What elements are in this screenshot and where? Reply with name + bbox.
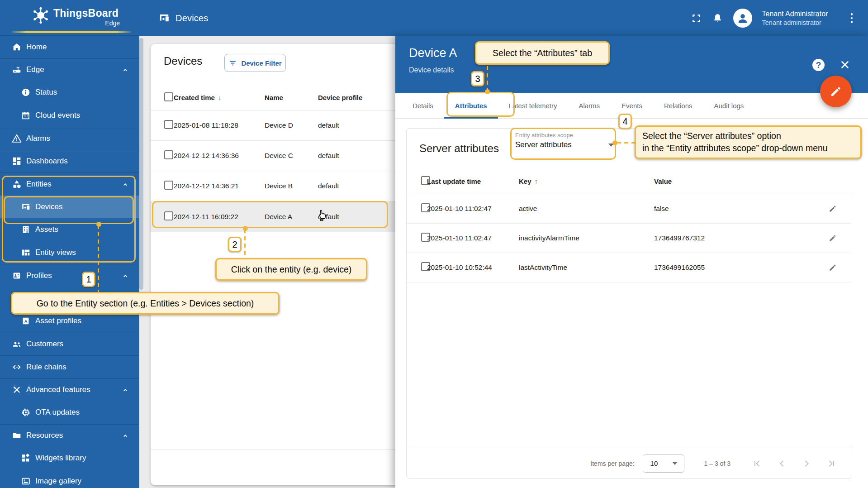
tab-relations[interactable]: Relations	[653, 93, 703, 118]
next-page-icon[interactable]	[801, 458, 812, 469]
sidebar-item-resources[interactable]: Resources	[0, 424, 139, 447]
sort-ascending-icon: ↑	[535, 177, 538, 185]
dropdown-arrow-icon	[608, 144, 614, 147]
previous-page-icon[interactable]	[777, 458, 787, 469]
thingsboard-logo-icon	[31, 5, 51, 25]
sidebar-item-entity-views[interactable]: Entity views	[0, 241, 139, 264]
warning-icon	[12, 134, 22, 144]
cell-name: Device B	[265, 182, 318, 190]
tab-events[interactable]: Events	[611, 93, 653, 118]
calendar-icon	[21, 110, 31, 120]
sidebar-scrollbar[interactable]	[139, 38, 143, 290]
row-checkbox[interactable]	[164, 150, 173, 159]
tab-attributes[interactable]: Attributes	[444, 93, 498, 118]
column-header-value[interactable]: Value	[654, 177, 828, 185]
cell-name: Device D	[265, 121, 318, 129]
edit-pencil-icon[interactable]	[828, 204, 837, 213]
chevron-up-icon[interactable]	[121, 180, 129, 188]
cell-value: 1736499767312	[654, 234, 828, 242]
attribute-row-active[interactable]: 2025-01-10 11:02:47 active false	[407, 194, 852, 224]
server-attributes-heading: Server attributes	[419, 129, 499, 168]
people-icon	[12, 339, 22, 349]
row-checkbox[interactable]	[164, 181, 173, 190]
sidebar-item-status[interactable]: Status	[0, 81, 139, 104]
sidebar-item-label: Devices	[35, 202, 62, 211]
sidebar-item-edge[interactable]: Edge	[0, 58, 139, 81]
tab-audit-logs[interactable]: Audit logs	[703, 93, 755, 118]
edit-pencil-icon[interactable]	[828, 234, 837, 243]
logo[interactable]: ThingsBoard Edge	[0, 0, 139, 35]
sidebar-item-asset-profiles[interactable]: Asset profiles	[0, 310, 139, 333]
select-all-checkbox[interactable]	[164, 92, 173, 101]
fullscreen-icon[interactable]	[691, 13, 702, 24]
server-attributes-card: Server attributes Entity attributes scop…	[406, 128, 852, 479]
edit-pencil-icon[interactable]	[828, 263, 837, 272]
sidebar-item-image-gallery[interactable]: Image gallery	[0, 470, 139, 488]
devices-icon	[21, 202, 31, 212]
chevron-up-icon[interactable]	[121, 66, 129, 74]
device-details-drawer: Device A Device details ? Details Attrib…	[395, 36, 868, 488]
more-vert-icon[interactable]	[848, 11, 856, 25]
sidebar-item-assets[interactable]: Assets	[0, 218, 139, 241]
sidebar-item-cloud-events[interactable]: Cloud events	[0, 104, 139, 127]
sidebar-item-alarms[interactable]: Alarms	[0, 127, 139, 150]
page-size-value: 10	[650, 459, 658, 467]
home-icon	[12, 42, 22, 52]
sidebar-item-label: Dashboards	[26, 157, 68, 166]
drawer-header: Device A Device details ?	[395, 36, 868, 93]
sidebar-item-ota-updates[interactable]: OTA updates	[0, 401, 139, 424]
edit-fab-button[interactable]	[820, 76, 852, 107]
sidebar-item-label: Customers	[26, 340, 63, 349]
view-quilt-icon	[21, 248, 31, 258]
logo-underline	[12, 31, 131, 33]
tab-latest-telemetry[interactable]: Latest telemetry	[498, 93, 568, 118]
row-checkbox[interactable]	[164, 120, 173, 129]
tab-alarms[interactable]: Alarms	[568, 93, 611, 118]
cell-value: 1736499162055	[654, 263, 828, 272]
user-role: Tenant administrator	[762, 19, 835, 27]
sidebar-item-label: Status	[35, 88, 57, 97]
sidebar-item-devices[interactable]: Devices	[0, 196, 139, 219]
sidebar-item-widgets-library[interactable]: Widgets library	[0, 447, 139, 470]
sidebar-item-label: Cloud events	[35, 111, 80, 120]
column-header-name[interactable]: Name	[265, 94, 318, 101]
attribute-row-inactivity-alarm-time[interactable]: 2025-01-10 11:02:47 inactivityAlarmTime …	[407, 224, 852, 253]
sidebar-item-profiles[interactable]: Profiles	[0, 264, 139, 287]
edit-pencil-icon	[829, 85, 843, 98]
last-page-icon[interactable]	[825, 458, 836, 469]
thingsboard-edge-screen: Devices Tenant Administrator Tenant admi…	[0, 0, 868, 488]
close-icon[interactable]	[839, 59, 851, 71]
sidebar-item-customers[interactable]: Customers	[0, 333, 139, 356]
sidebar-item-advanced-features[interactable]: Advanced features	[0, 378, 139, 402]
sidebar-item-dashboards[interactable]: Dashboards	[0, 150, 139, 173]
column-header-created-time[interactable]: Created time↓	[174, 94, 265, 101]
sidebar-item-label: Home	[26, 43, 47, 52]
sidebar-item-entities[interactable]: Entities	[0, 172, 139, 196]
page-size-select[interactable]: 10	[643, 455, 684, 473]
page-header: Devices	[158, 0, 209, 36]
avatar[interactable]	[733, 9, 752, 28]
tab-details[interactable]: Details	[402, 93, 444, 118]
device-filter-button[interactable]: Device Filter	[224, 54, 286, 72]
edge-gateway-icon	[12, 65, 22, 75]
dashboard-icon	[12, 156, 22, 166]
column-header-key[interactable]: Key↑	[519, 177, 654, 185]
cell-name: Device A	[265, 213, 318, 221]
column-header-last-update-time[interactable]: Last update time	[427, 177, 519, 185]
help-icon[interactable]: ?	[812, 59, 825, 71]
hand-cursor-icon	[315, 208, 328, 222]
chevron-up-icon[interactable]	[121, 386, 129, 394]
chevron-up-icon[interactable]	[121, 431, 129, 440]
row-checkbox[interactable]	[164, 211, 173, 220]
sidebar-item-rule-chains[interactable]: Rule chains	[0, 355, 139, 378]
notifications-bell-icon[interactable]	[712, 13, 723, 24]
paginator-range-label: 1 – 3 of 3	[704, 460, 730, 467]
chevron-up-icon[interactable]	[121, 272, 129, 280]
sidebar-item-home[interactable]: Home	[0, 35, 139, 58]
user-block[interactable]: Tenant Administrator Tenant administrato…	[762, 10, 835, 27]
attribute-row-last-activity-time[interactable]: 2025-01-10 10:52:44 lastActivityTime 173…	[407, 253, 852, 282]
first-page-icon[interactable]	[752, 458, 763, 469]
entity-attributes-scope-select[interactable]: Entity attributes scope Server attribute…	[515, 132, 614, 149]
sidebar-item-label: Rule chains	[26, 363, 66, 372]
logo-title: ThingsBoard	[53, 7, 119, 19]
